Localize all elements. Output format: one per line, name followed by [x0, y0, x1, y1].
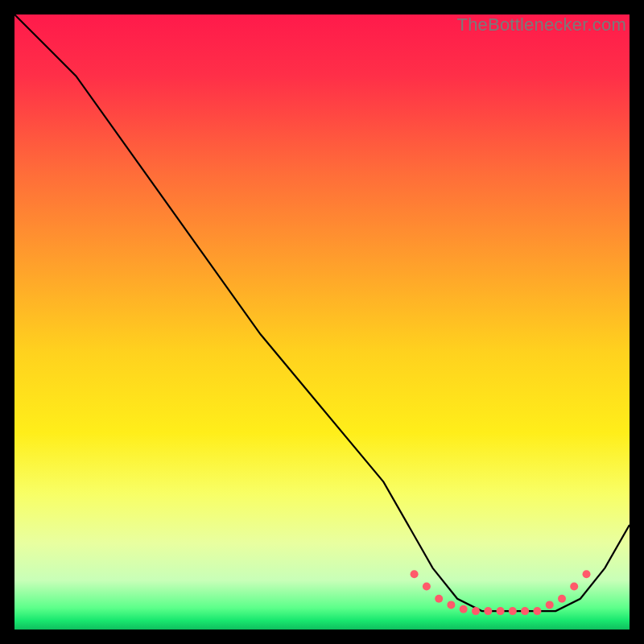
watermark-text: TheBottlenecker.com: [457, 14, 626, 35]
optimal-zone-point: [484, 607, 492, 615]
optimal-zone-point: [411, 570, 419, 578]
optimal-zone-point: [570, 583, 578, 591]
optimal-zone-point: [509, 607, 517, 615]
optimal-zone-point: [447, 601, 455, 609]
chart-frame: TheBottlenecker.com: [14, 14, 630, 630]
optimal-zone-point: [423, 583, 431, 591]
optimal-zone-point: [435, 595, 443, 603]
heat-gradient-background: [14, 14, 630, 630]
optimal-zone-point: [521, 607, 529, 615]
optimal-zone-point: [533, 607, 541, 615]
optimal-zone-point: [472, 607, 480, 615]
optimal-zone-point: [460, 605, 468, 613]
optimal-zone-point: [497, 607, 505, 615]
optimal-zone-point: [546, 601, 554, 609]
optimal-zone-point: [558, 595, 566, 603]
bottleneck-chart: [14, 14, 630, 630]
optimal-zone-point: [583, 570, 591, 578]
